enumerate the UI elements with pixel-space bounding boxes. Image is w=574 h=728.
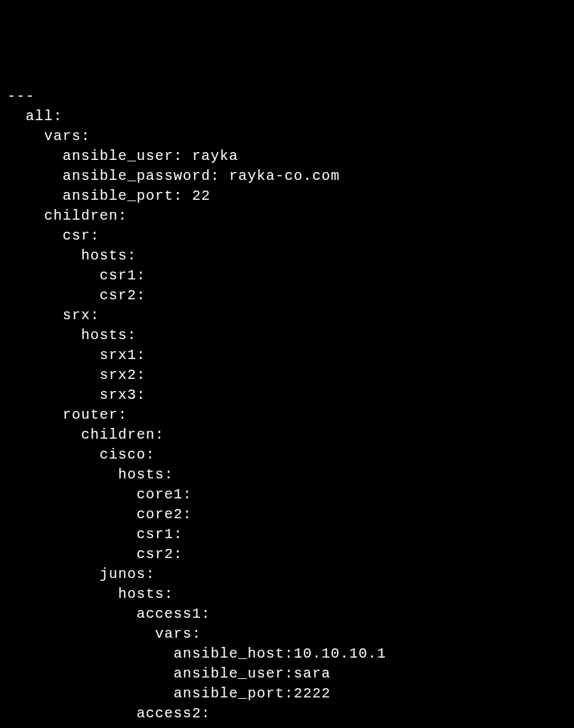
yaml-line: srx3: xyxy=(7,387,146,403)
yaml-line: csr1: xyxy=(7,526,183,542)
yaml-line: ansible_port:2222 xyxy=(7,685,331,702)
yaml-line: router: xyxy=(7,407,127,423)
yaml-line: vars: xyxy=(7,725,164,728)
yaml-line: access1: xyxy=(7,606,211,622)
yaml-line: children: xyxy=(7,208,127,224)
yaml-line: srx1: xyxy=(7,347,146,363)
yaml-line: ansible_host:10.10.10.1 xyxy=(7,646,386,662)
yaml-line: ansible_password: rayka-co.com xyxy=(7,168,340,184)
yaml-line: vars: xyxy=(7,626,201,642)
yaml-line: --- xyxy=(7,88,35,105)
yaml-line: vars: xyxy=(7,128,90,144)
terminal-output: --- all: vars: ansible_user: rayka ansib… xyxy=(7,87,567,728)
yaml-line: srx: xyxy=(7,307,100,323)
yaml-line: children: xyxy=(7,427,164,443)
yaml-line: cisco: xyxy=(7,446,155,463)
yaml-line: all: xyxy=(7,108,63,124)
yaml-line: hosts: xyxy=(7,466,174,483)
yaml-line: access2: xyxy=(7,705,211,722)
yaml-line: csr2: xyxy=(7,546,183,562)
yaml-line: csr1: xyxy=(7,267,146,284)
yaml-line: csr2: xyxy=(7,287,146,304)
yaml-line: hosts: xyxy=(7,327,137,343)
yaml-line: core1: xyxy=(7,486,192,503)
yaml-line: core2: xyxy=(7,506,192,523)
yaml-line: ansible_user:sara xyxy=(7,665,331,682)
yaml-line: srx2: xyxy=(7,367,146,383)
yaml-line: hosts: xyxy=(7,247,137,264)
yaml-line: junos: xyxy=(7,566,155,582)
yaml-line: hosts: xyxy=(7,586,174,602)
yaml-line: csr: xyxy=(7,228,100,244)
yaml-line: ansible_port: 22 xyxy=(7,188,211,204)
yaml-line: ansible_user: rayka xyxy=(7,148,238,164)
